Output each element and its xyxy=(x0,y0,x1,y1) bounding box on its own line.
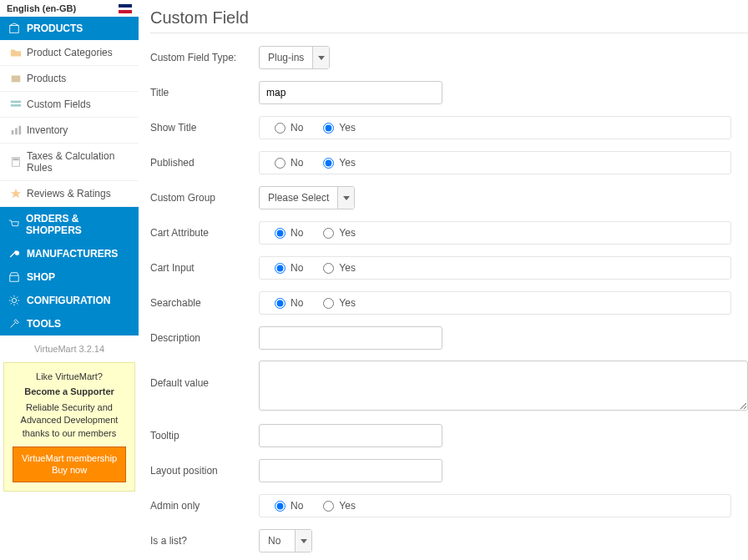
label-tooltip: Tooltip xyxy=(150,430,259,441)
nav-item-label: Custom Fields xyxy=(27,98,91,110)
svg-rect-6 xyxy=(19,126,22,135)
label-cart-input: Cart Input xyxy=(150,262,259,274)
label-admin-only: Admin only xyxy=(150,500,259,512)
star-icon xyxy=(10,188,22,199)
select-text: Plug-ins xyxy=(260,47,312,68)
radio-published-yes[interactable]: Yes xyxy=(323,157,356,169)
box-icon xyxy=(8,23,20,34)
label-is-list: Is a list? xyxy=(150,535,259,547)
label-custom-field-type: Custom Field Type: xyxy=(150,52,259,63)
language-bar[interactable]: English (en-GB) xyxy=(0,0,139,17)
chevron-down-icon[interactable] xyxy=(337,187,354,209)
nav-item-product-categories[interactable]: Product Categories xyxy=(0,40,139,66)
nav-section-configuration[interactable]: CONFIGURATION xyxy=(0,289,139,312)
radio-show-title-no[interactable]: No xyxy=(275,122,303,134)
radio-admin-only: No Yes xyxy=(259,494,731,517)
radio-cart-input-no[interactable]: No xyxy=(275,262,303,274)
label-cart-attribute: Cart Attribute xyxy=(150,227,259,239)
promo-become: Become a Supporter xyxy=(13,386,126,396)
input-layout-position[interactable] xyxy=(259,459,442,482)
wrench-icon xyxy=(8,248,20,260)
tools-icon xyxy=(8,318,20,330)
radio-show-title: No Yes xyxy=(259,116,731,139)
label-description: Description xyxy=(150,332,259,344)
radio-cart-attr-no[interactable]: No xyxy=(275,227,303,239)
nav-section-shop[interactable]: SHOP xyxy=(0,265,139,289)
nav-section-products[interactable]: PRODUCTS xyxy=(0,17,139,40)
chevron-down-icon[interactable] xyxy=(295,530,311,552)
svg-rect-4 xyxy=(12,130,14,134)
svg-rect-8 xyxy=(13,159,19,161)
language-label: English (en-GB) xyxy=(7,3,76,13)
nav-section-label: PRODUCTS xyxy=(27,23,83,34)
nav-section-label: MANUFACTURERS xyxy=(27,248,118,260)
radio-admin-only-yes[interactable]: Yes xyxy=(323,500,356,512)
radio-cart-input-yes[interactable]: Yes xyxy=(323,262,356,274)
select-custom-group[interactable]: Please Select xyxy=(259,186,355,209)
svg-rect-0 xyxy=(10,26,19,33)
input-title[interactable] xyxy=(259,81,442,104)
label-default-value: Default value xyxy=(150,361,259,389)
promo-question: Like VirtueMart? xyxy=(13,371,126,381)
nav-item-reviews[interactable]: Reviews & Ratings xyxy=(0,181,139,207)
chevron-down-icon[interactable] xyxy=(312,47,329,68)
nav-item-label: Inventory xyxy=(27,124,68,136)
promo-box: Like VirtueMart? Become a Supporter Reli… xyxy=(3,362,135,492)
radio-show-title-yes[interactable]: Yes xyxy=(323,122,356,134)
cart-icon xyxy=(8,219,19,230)
nav-item-products[interactable]: Products xyxy=(0,66,139,92)
radio-published-no[interactable]: No xyxy=(275,157,303,169)
version-text: VirtueMart 3.2.14 xyxy=(0,339,139,359)
box-icon xyxy=(10,73,22,84)
svg-rect-5 xyxy=(15,128,18,134)
nav-section-tools[interactable]: TOOLS xyxy=(0,312,139,335)
nav-item-label: Products xyxy=(27,73,66,84)
svg-point-9 xyxy=(12,298,16,302)
radio-searchable-no[interactable]: No xyxy=(275,297,303,309)
label-title: Title xyxy=(150,87,259,98)
label-custom-group: Custom Group xyxy=(150,192,259,204)
nav-section-label: CONFIGURATION xyxy=(27,295,110,306)
nav-section-orders[interactable]: ORDERS & SHOPPERS xyxy=(0,207,139,242)
nav-section-manufacturers[interactable]: MANUFACTURERS xyxy=(0,242,139,265)
nav-item-label: Reviews & Ratings xyxy=(27,188,111,199)
page-title: Custom Field xyxy=(150,0,748,33)
radio-cart-attr-yes[interactable]: Yes xyxy=(323,227,356,239)
textarea-default-value[interactable] xyxy=(259,361,748,411)
input-description[interactable] xyxy=(259,326,442,350)
nav-section-label: SHOP xyxy=(27,271,55,283)
radio-searchable-yes[interactable]: Yes xyxy=(323,297,356,309)
select-text: No xyxy=(260,530,295,552)
label-show-title: Show Title xyxy=(150,122,259,134)
svg-rect-2 xyxy=(11,101,21,103)
nav-item-inventory[interactable]: Inventory xyxy=(0,118,139,144)
radio-searchable: No Yes xyxy=(259,291,731,315)
promo-buy-button[interactable]: VirtueMart membership Buy now xyxy=(13,446,126,482)
svg-rect-1 xyxy=(12,76,21,83)
select-text: Please Select xyxy=(260,187,337,209)
select-is-list[interactable]: No xyxy=(259,529,312,552)
radio-published: No Yes xyxy=(259,151,731,174)
nav-item-label: Taxes & Calculation Rules xyxy=(27,150,130,174)
nav-section-label: ORDERS & SHOPPERS xyxy=(26,213,130,236)
folder-icon xyxy=(10,47,22,58)
radio-cart-attribute: No Yes xyxy=(259,221,731,245)
chart-icon xyxy=(10,124,22,136)
nav-item-taxes[interactable]: Taxes & Calculation Rules xyxy=(0,144,139,181)
nav-item-label: Product Categories xyxy=(27,47,113,58)
input-tooltip[interactable] xyxy=(259,424,442,447)
flag-icon xyxy=(119,4,132,13)
nav-item-custom-fields[interactable]: Custom Fields xyxy=(0,92,139,118)
main-content: Custom Field Custom Field Type: Plug-ins… xyxy=(139,0,748,560)
shop-icon xyxy=(8,271,20,283)
label-published: Published xyxy=(150,157,259,169)
gear-icon xyxy=(8,295,20,306)
nav-section-label: TOOLS xyxy=(27,318,61,330)
promo-desc: Reliable Security and Advanced Developme… xyxy=(13,401,126,440)
radio-admin-only-no[interactable]: No xyxy=(275,500,303,512)
sidebar: English (en-GB) PRODUCTS Product Categor… xyxy=(0,0,139,560)
label-layout-position: Layout position xyxy=(150,465,259,477)
svg-rect-3 xyxy=(11,104,21,107)
fields-icon xyxy=(10,98,22,110)
select-custom-field-type[interactable]: Plug-ins xyxy=(259,46,330,69)
